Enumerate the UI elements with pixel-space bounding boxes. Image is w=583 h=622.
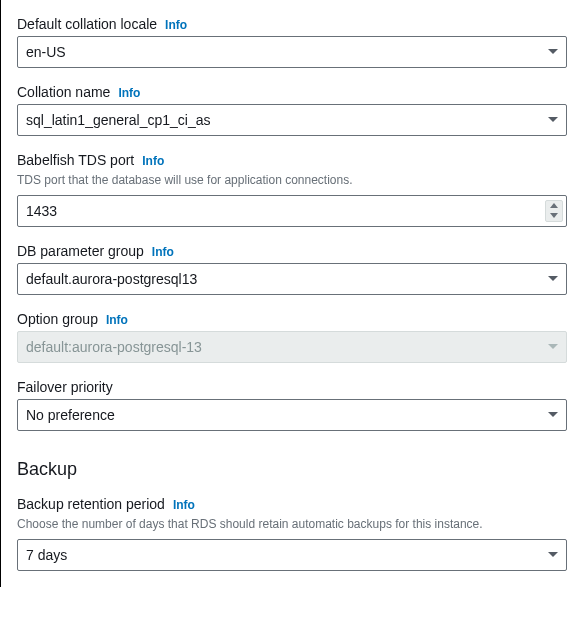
- field-db-parameter-group: DB parameter group Info default.aurora-p…: [17, 243, 567, 295]
- field-description: TDS port that the database will use for …: [17, 172, 567, 189]
- field-label: DB parameter group: [17, 243, 144, 259]
- spinner-down-icon: [550, 211, 558, 220]
- collation-locale-select[interactable]: en-US: [17, 36, 567, 68]
- field-backup-retention: Backup retention period Info Choose the …: [17, 496, 567, 571]
- label-row: Default collation locale Info: [17, 16, 567, 32]
- db-parameter-group-select[interactable]: default.aurora-postgresql13: [17, 263, 567, 295]
- select-value: No preference: [17, 399, 567, 431]
- field-option-group: Option group Info default:aurora-postgre…: [17, 311, 567, 363]
- field-label: Collation name: [17, 84, 110, 100]
- field-label: Backup retention period: [17, 496, 165, 512]
- number-spinner[interactable]: [545, 200, 563, 222]
- tds-port-input-wrapper: [17, 195, 567, 227]
- select-value: sql_latin1_general_cp1_ci_as: [17, 104, 567, 136]
- field-label: Failover priority: [17, 379, 113, 395]
- field-collation-name: Collation name Info sql_latin1_general_c…: [17, 84, 567, 136]
- failover-priority-select[interactable]: No preference: [17, 399, 567, 431]
- info-link[interactable]: Info: [118, 86, 140, 100]
- field-label: Option group: [17, 311, 98, 327]
- select-value: 7 days: [17, 539, 567, 571]
- select-value: default.aurora-postgresql13: [17, 263, 567, 295]
- label-row: Failover priority: [17, 379, 567, 395]
- select-value: default:aurora-postgresql-13: [17, 331, 567, 363]
- field-label: Default collation locale: [17, 16, 157, 32]
- option-group-select: default:aurora-postgresql-13: [17, 331, 567, 363]
- field-description: Choose the number of days that RDS shoul…: [17, 516, 567, 533]
- label-row: Collation name Info: [17, 84, 567, 100]
- info-link[interactable]: Info: [173, 498, 195, 512]
- backup-retention-select[interactable]: 7 days: [17, 539, 567, 571]
- info-link[interactable]: Info: [152, 245, 174, 259]
- field-label: Babelfish TDS port: [17, 152, 134, 168]
- section-heading-backup: Backup: [17, 459, 567, 480]
- info-link[interactable]: Info: [142, 154, 164, 168]
- spinner-up-icon: [550, 201, 558, 210]
- select-value: en-US: [17, 36, 567, 68]
- label-row: Backup retention period Info: [17, 496, 567, 512]
- tds-port-input[interactable]: [17, 195, 567, 227]
- collation-name-select[interactable]: sql_latin1_general_cp1_ci_as: [17, 104, 567, 136]
- field-failover-priority: Failover priority No preference: [17, 379, 567, 431]
- label-row: Babelfish TDS port Info: [17, 152, 567, 168]
- field-tds-port: Babelfish TDS port Info TDS port that th…: [17, 152, 567, 227]
- info-link[interactable]: Info: [106, 313, 128, 327]
- field-collation-locale: Default collation locale Info en-US: [17, 16, 567, 68]
- info-link[interactable]: Info: [165, 18, 187, 32]
- label-row: Option group Info: [17, 311, 567, 327]
- label-row: DB parameter group Info: [17, 243, 567, 259]
